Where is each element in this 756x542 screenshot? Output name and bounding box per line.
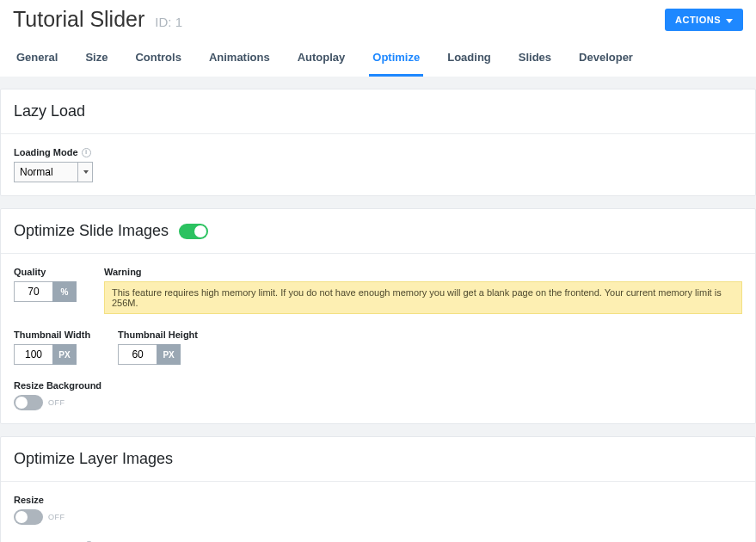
warning-message: This feature requires high memory limit.… xyxy=(104,281,742,314)
px-unit: PX xyxy=(157,344,181,365)
quality-input[interactable] xyxy=(14,281,52,302)
toggle-knob xyxy=(194,225,206,237)
px-unit: PX xyxy=(52,344,77,365)
quality-unit: % xyxy=(52,281,77,302)
resize-background-toggle[interactable] xyxy=(14,395,43,410)
optimize-layer-images-panel: Optimize Layer Images Resize OFF Base64 … xyxy=(0,436,756,542)
optimize-slide-images-toggle[interactable] xyxy=(179,224,208,239)
thumbnail-height-input[interactable] xyxy=(118,344,157,365)
thumbnail-height-label: Thumbnail Height xyxy=(118,330,198,340)
tab-optimize[interactable]: Optimize xyxy=(369,42,423,77)
tabs: General Size Controls Animations Autopla… xyxy=(13,42,743,77)
tab-autoplay[interactable]: Autoplay xyxy=(294,42,349,77)
tab-loading[interactable]: Loading xyxy=(444,42,495,77)
lazy-load-panel: Lazy Load Loading Mode i Normal xyxy=(0,89,756,196)
optimize-slide-images-heading: Optimize Slide Images xyxy=(14,222,169,240)
actions-label: ACTIONS xyxy=(675,15,721,25)
optimize-layer-images-heading: Optimize Layer Images xyxy=(14,450,173,468)
info-icon[interactable]: i xyxy=(82,148,91,157)
optimize-slide-images-panel: Optimize Slide Images Quality % Warning … xyxy=(0,208,756,424)
tab-slides[interactable]: Slides xyxy=(515,42,555,77)
resize-background-label: Resize Background xyxy=(14,380,101,391)
toggle-off-label: OFF xyxy=(48,398,65,407)
thumbnail-width-input[interactable] xyxy=(14,344,52,365)
toggle-off-label: OFF xyxy=(48,513,65,521)
tab-general[interactable]: General xyxy=(13,42,61,77)
tab-animations[interactable]: Animations xyxy=(206,42,274,77)
resize-toggle[interactable] xyxy=(14,509,43,525)
actions-button[interactable]: ACTIONS xyxy=(665,9,743,31)
resize-label: Resize xyxy=(14,495,65,505)
page-id: ID: 1 xyxy=(155,15,182,29)
toggle-knob xyxy=(15,511,28,523)
quality-label: Quality xyxy=(14,267,77,277)
lazy-load-heading: Lazy Load xyxy=(14,102,85,120)
tab-developer[interactable]: Developer xyxy=(575,42,636,77)
page-title: Tutorial Slider xyxy=(13,7,144,32)
thumbnail-width-label: Thumbnail Width xyxy=(14,330,90,340)
warning-label: Warning xyxy=(104,267,742,277)
chevron-down-icon xyxy=(726,15,733,25)
tab-controls[interactable]: Controls xyxy=(132,42,184,77)
tab-size[interactable]: Size xyxy=(82,42,111,77)
toggle-knob xyxy=(15,397,28,409)
loading-mode-select[interactable]: Normal xyxy=(14,162,93,182)
loading-mode-label: Loading Mode i xyxy=(14,147,93,157)
